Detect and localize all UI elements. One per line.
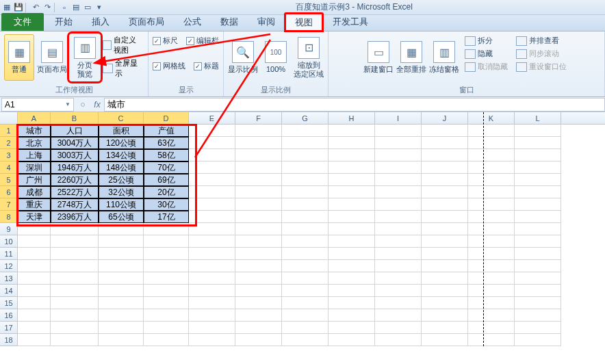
cell-F5[interactable] — [235, 174, 282, 186]
side-by-side-button[interactable]: 并排查看 — [513, 34, 569, 47]
cell-F13[interactable] — [235, 272, 282, 285]
cell-I4[interactable] — [375, 161, 422, 174]
cell-A6[interactable]: 成都 — [18, 186, 51, 198]
gridlines-checkbox[interactable]: ✓网格线 — [153, 61, 185, 71]
cell-A10[interactable] — [18, 235, 51, 248]
cell-A18[interactable] — [18, 334, 51, 346]
cell-I3[interactable] — [375, 149, 422, 161]
cell-G9[interactable] — [282, 223, 329, 235]
zoom-100-button[interactable]: 100 100% — [261, 34, 291, 81]
cell-F3[interactable] — [235, 149, 282, 161]
cell-C16[interactable] — [99, 309, 144, 322]
cell-B11[interactable] — [51, 248, 99, 260]
cell-B16[interactable] — [51, 309, 99, 322]
cell-H14[interactable] — [329, 285, 375, 297]
cell-F4[interactable] — [235, 161, 282, 174]
cell-H4[interactable] — [329, 161, 375, 174]
row-header-1[interactable]: 1 — [0, 125, 18, 137]
cell-G2[interactable] — [282, 137, 329, 149]
col-header-F[interactable]: F — [235, 112, 282, 124]
tab-file[interactable]: 文件 — [1, 13, 44, 31]
undo-icon[interactable]: ↶ — [30, 2, 41, 13]
cell-A5[interactable]: 广州 — [18, 174, 51, 186]
cell-H11[interactable] — [329, 248, 375, 260]
unhide-button[interactable]: 取消隐藏 — [462, 60, 511, 73]
cell-K3[interactable] — [468, 149, 515, 161]
cell-C13[interactable] — [99, 272, 144, 285]
cell-J15[interactable] — [422, 297, 468, 309]
cell-L1[interactable] — [515, 125, 561, 137]
cell-J11[interactable] — [422, 248, 468, 260]
cell-A3[interactable]: 上海 — [18, 149, 51, 161]
tab-developer[interactable]: 开发工具 — [323, 13, 378, 31]
cell-B3[interactable]: 3003万人 — [51, 149, 99, 161]
cell-G3[interactable] — [282, 149, 329, 161]
tab-formulas[interactable]: 公式 — [174, 13, 211, 31]
cell-D16[interactable] — [144, 309, 189, 322]
spreadsheet-grid[interactable]: ABCDEFGHIJKL 1城市人口面积产值2北京3004万人120公顷63亿3… — [0, 112, 605, 346]
save-icon[interactable]: 💾 — [13, 2, 24, 13]
cell-F2[interactable] — [235, 137, 282, 149]
cell-K6[interactable] — [468, 186, 515, 198]
cell-C14[interactable] — [99, 285, 144, 297]
cell-I12[interactable] — [375, 260, 422, 272]
col-header-E[interactable]: E — [189, 112, 235, 124]
zoom-selection-button[interactable]: ⊡ 缩放到 选定区域 — [294, 34, 324, 81]
cell-L2[interactable] — [515, 137, 561, 149]
cell-E8[interactable] — [189, 211, 235, 223]
cell-I16[interactable] — [375, 309, 422, 322]
cell-B6[interactable]: 2522万人 — [51, 186, 99, 198]
row-header-5[interactable]: 5 — [0, 174, 18, 186]
cell-H7[interactable] — [329, 198, 375, 211]
cell-J17[interactable] — [422, 322, 468, 334]
cell-C10[interactable] — [99, 235, 144, 248]
cell-G17[interactable] — [282, 322, 329, 334]
cell-I1[interactable] — [375, 125, 422, 137]
cell-D17[interactable] — [144, 322, 189, 334]
cell-D4[interactable]: 70亿 — [144, 161, 189, 174]
cell-F11[interactable] — [235, 248, 282, 260]
cell-H18[interactable] — [329, 334, 375, 346]
col-header-A[interactable]: A — [18, 112, 51, 124]
cell-G14[interactable] — [282, 285, 329, 297]
cell-J10[interactable] — [422, 235, 468, 248]
cell-G11[interactable] — [282, 248, 329, 260]
cell-L3[interactable] — [515, 149, 561, 161]
cell-D10[interactable] — [144, 235, 189, 248]
cell-K9[interactable] — [468, 223, 515, 235]
cell-B8[interactable]: 2396万人 — [51, 211, 99, 223]
cell-J16[interactable] — [422, 309, 468, 322]
cell-E18[interactable] — [189, 334, 235, 346]
tab-page-layout[interactable]: 页面布局 — [119, 13, 174, 31]
cell-J2[interactable] — [422, 137, 468, 149]
formula-input[interactable]: 城市 — [104, 98, 605, 112]
cell-J6[interactable] — [422, 186, 468, 198]
redo-icon[interactable]: ↷ — [42, 2, 53, 13]
col-header-B[interactable]: B — [51, 112, 99, 124]
cell-A17[interactable] — [18, 322, 51, 334]
cell-I9[interactable] — [375, 223, 422, 235]
cell-C2[interactable]: 120公顷 — [99, 137, 144, 149]
cell-B9[interactable] — [51, 223, 99, 235]
cell-B4[interactable]: 1946万人 — [51, 161, 99, 174]
cell-A13[interactable] — [18, 272, 51, 285]
cell-C15[interactable] — [99, 297, 144, 309]
cell-L18[interactable] — [515, 334, 561, 346]
cell-H5[interactable] — [329, 174, 375, 186]
row-header-11[interactable]: 11 — [0, 248, 18, 260]
cell-H15[interactable] — [329, 297, 375, 309]
cell-E6[interactable] — [189, 186, 235, 198]
fx-button[interactable]: fx — [90, 100, 104, 109]
cell-H10[interactable] — [329, 235, 375, 248]
cell-J4[interactable] — [422, 161, 468, 174]
cell-E1[interactable] — [189, 125, 235, 137]
cell-E9[interactable] — [189, 223, 235, 235]
cell-A1[interactable]: 城市 — [18, 125, 51, 137]
cell-C7[interactable]: 110公顷 — [99, 198, 144, 211]
cell-C18[interactable] — [99, 334, 144, 346]
row-header-17[interactable]: 17 — [0, 322, 18, 334]
row-header-8[interactable]: 8 — [0, 211, 18, 223]
cell-I8[interactable] — [375, 211, 422, 223]
excel-icon[interactable]: ▦ — [1, 2, 12, 13]
cell-E17[interactable] — [189, 322, 235, 334]
